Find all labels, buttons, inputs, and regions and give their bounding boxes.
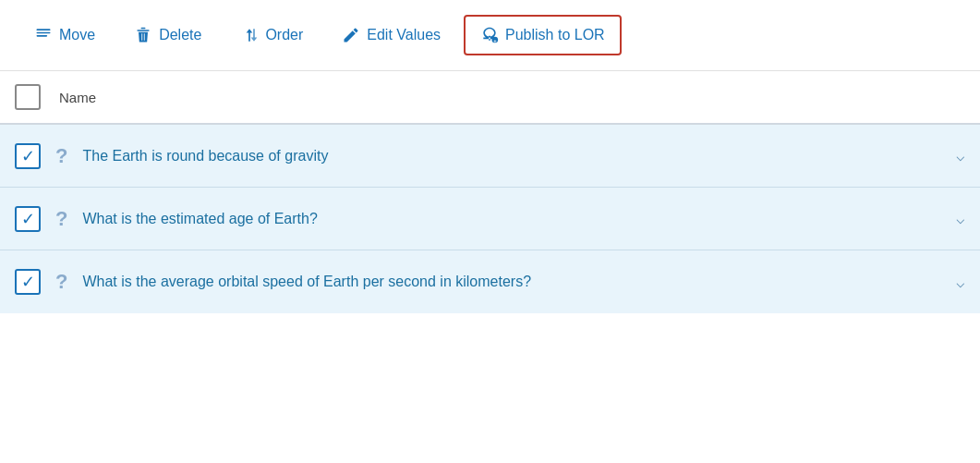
table-row: ✓ ? What is the estimated age of Earth? … (0, 188, 980, 250)
svg-rect-0 (37, 29, 51, 30)
question-icon: ? (55, 207, 67, 231)
publish-lor-button[interactable]: + Publish to LOR (464, 15, 622, 55)
chevron-down-icon[interactable]: ⌵ (956, 274, 965, 291)
table-row: ✓ ? What is the average orbital speed of… (0, 250, 980, 313)
row1-checkbox-wrap: ✓ (15, 143, 41, 169)
row2-text: What is the estimated age of Earth? (82, 211, 941, 227)
row3-checkbox-wrap: ✓ (15, 269, 41, 295)
svg-text:+: + (493, 38, 497, 43)
question-icon: ? (55, 144, 67, 168)
publish-icon: + (480, 26, 499, 44)
items-table: Name ✓ ? The Earth is round because of g… (0, 71, 980, 313)
move-button[interactable]: Move (18, 16, 111, 55)
svg-rect-2 (37, 35, 48, 37)
select-all-checkbox[interactable] (15, 84, 41, 110)
toolbar: Move Delete Order Edit Values + Publish … (0, 0, 980, 71)
row1-text: The Earth is round because of gravity (82, 148, 941, 164)
question-icon: ? (55, 270, 67, 294)
svg-rect-1 (37, 32, 51, 34)
chevron-down-icon[interactable]: ⌵ (956, 210, 965, 227)
row3-text: What is the average orbital speed of Ear… (82, 274, 941, 290)
publish-lor-label: Publish to LOR (505, 27, 605, 43)
svg-rect-3 (141, 28, 146, 30)
chevron-down-icon[interactable]: ⌵ (956, 147, 965, 164)
row2-checkbox[interactable]: ✓ (15, 206, 41, 232)
delete-label: Delete (159, 27, 201, 43)
order-button[interactable]: Order (224, 16, 319, 55)
svg-rect-4 (137, 30, 149, 31)
table-header: Name (0, 71, 980, 125)
row2-checkbox-wrap: ✓ (15, 206, 41, 232)
edit-values-label: Edit Values (367, 27, 441, 43)
move-icon (34, 26, 53, 44)
delete-button[interactable]: Delete (118, 16, 217, 55)
row3-checkbox[interactable]: ✓ (15, 269, 41, 295)
order-icon (240, 26, 259, 44)
edit-icon (342, 26, 360, 44)
edit-values-button[interactable]: Edit Values (326, 16, 456, 55)
move-label: Move (59, 27, 95, 43)
table-row: ✓ ? The Earth is round because of gravit… (0, 125, 980, 188)
delete-icon (134, 26, 152, 44)
row1-checkbox[interactable]: ✓ (15, 143, 41, 169)
order-label: Order (265, 27, 303, 43)
name-column-header: Name (59, 90, 96, 105)
